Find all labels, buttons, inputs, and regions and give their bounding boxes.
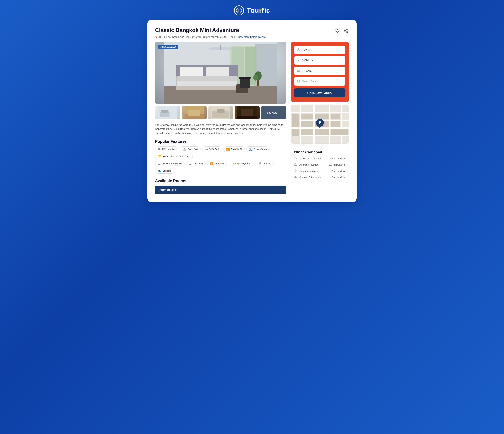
- svg-rect-62: [315, 129, 329, 135]
- room-field[interactable]: 1 Room: [294, 67, 345, 75]
- svg-point-2: [347, 29, 348, 30]
- date-field[interactable]: Select Date: [294, 77, 345, 86]
- share-icon: [344, 29, 348, 33]
- around-name-1: Patenga sea beach: [299, 157, 330, 160]
- calendar-icon: [297, 80, 300, 83]
- share-button[interactable]: [343, 28, 349, 34]
- around-name-3: Singapore airport: [299, 169, 330, 172]
- svg-rect-20: [240, 78, 250, 88]
- around-item-4: Jamuna future park 3 km in drive: [294, 175, 346, 179]
- thumbnail-2[interactable]: [182, 106, 207, 119]
- svg-rect-66: [295, 164, 297, 166]
- thumbnail-1[interactable]: [155, 106, 180, 119]
- free-wifi-icon: 📶: [210, 162, 214, 165]
- svg-rect-18: [177, 76, 237, 81]
- around-dist-1: 5 km in drive: [332, 157, 346, 160]
- around-box: What's around you Patenga sea beach 5 km…: [291, 147, 349, 183]
- adults-value: 1 Adult: [302, 48, 310, 52]
- hotel-address: 15 Taj East Gate Road, Taj Ganj, Agra, U…: [159, 35, 235, 38]
- adult-icon: [297, 48, 300, 52]
- svg-point-39: [298, 49, 299, 50]
- slippers-icon: 👟: [158, 169, 162, 172]
- see-more-button[interactable]: See More →: [261, 106, 286, 119]
- feature-sofa-label: Sofa Bed: [209, 148, 219, 151]
- features-section-title: Popular Features: [155, 139, 286, 144]
- feature-shower: 🚿 Shower: [255, 161, 273, 167]
- feature-breakfast-label: Breakfast: [188, 148, 198, 151]
- around-dist-4: 3 km in drive: [332, 176, 346, 179]
- feature-free-wifi: 📶 Free WiFi: [207, 161, 228, 167]
- svg-rect-57: [315, 114, 329, 119]
- ocean-icon: 🌊: [249, 148, 252, 151]
- booking-widget: 1 Adult 0 Children: [291, 42, 349, 102]
- around-dist-2: 10 min walking: [329, 163, 346, 166]
- thumbnail-3[interactable]: [208, 106, 233, 119]
- heart-icon: [335, 29, 340, 33]
- svg-rect-32: [188, 110, 200, 116]
- feature-breakfast-incl-label: Breakfast Included: [162, 162, 182, 165]
- beach-icon: [294, 157, 297, 160]
- no-payment-icon: 💵: [233, 162, 236, 165]
- around-item-1: Patenga sea beach 5 km in drive: [294, 157, 346, 160]
- show-more-hotels-link[interactable]: Show more hotels in Agra: [237, 35, 266, 38]
- feature-wifi: 📶 Free WIFI: [223, 146, 244, 152]
- svg-point-4: [347, 32, 348, 33]
- favorite-button[interactable]: [334, 28, 340, 34]
- site-name: Tourfic: [247, 7, 270, 14]
- around-item-3: Singapore airport 2 km in drive: [294, 169, 346, 173]
- credit-icon: 💳: [158, 155, 162, 158]
- features-row-1: ☰ A\C Included ☕ Breakfast 🛋 Sofa Bed 📶 …: [155, 146, 286, 159]
- svg-point-24: [253, 75, 258, 81]
- image-inner: [155, 42, 286, 104]
- thumbnail-row: See More →: [155, 106, 286, 119]
- left-column: 4.2 (1 review): [155, 42, 286, 194]
- title-actions: [334, 28, 349, 34]
- feature-shower-label: Shower: [262, 162, 271, 165]
- map-container: [291, 105, 349, 143]
- svg-point-3: [344, 30, 346, 31]
- feature-slippers-label: Slippers: [163, 169, 171, 172]
- sofa-icon: 🛋: [205, 148, 208, 151]
- main-card: Classic Bangkok Mini Adventure 15 Taj Ea…: [147, 20, 357, 202]
- main-hotel-image: 4.2 (1 review): [155, 42, 286, 104]
- content-grid: 4.2 (1 review): [155, 42, 349, 194]
- carpeted-icon: ☰: [189, 162, 191, 165]
- breakfast-icon: ☕: [183, 148, 186, 151]
- svg-rect-41: [297, 70, 300, 72]
- svg-rect-21: [239, 77, 251, 79]
- feature-slippers: 👟 Slippers: [155, 168, 174, 174]
- svg-rect-29: [161, 110, 169, 113]
- adults-field[interactable]: 1 Adult: [294, 46, 345, 54]
- svg-point-40: [298, 59, 299, 60]
- check-availability-button[interactable]: Check Availablity: [294, 88, 345, 97]
- hotel-title: Classic Bangkok Mini Adventure: [155, 27, 239, 33]
- around-dist-3: 2 km in drive: [332, 169, 346, 172]
- feature-no-credit: 💳 Book Without Credit Card: [155, 154, 193, 159]
- address-row: 15 Taj East Gate Road, Taj Ganj, Agra, U…: [155, 35, 349, 38]
- room-value: 1 Room: [302, 69, 312, 72]
- children-icon: [297, 59, 300, 62]
- svg-rect-26: [220, 45, 221, 50]
- around-name-4: Jamuna future park: [299, 176, 330, 179]
- feature-breakfast-included: ☰ Breakfast Included: [155, 161, 185, 167]
- wifi-icon: 📶: [226, 148, 230, 151]
- svg-line-5: [345, 31, 347, 32]
- around-item-2: Al aksha mosque 10 min walking: [294, 163, 346, 167]
- svg-rect-38: [237, 116, 257, 119]
- features-row-2: ☰ Breakfast Included ☰ Carpeted 📶 Free W…: [155, 161, 286, 174]
- location-pin-icon: [155, 36, 158, 38]
- room-details-bar: Room Details: [155, 186, 286, 194]
- feature-free-wifi-label: Free WiFi: [215, 162, 225, 165]
- svg-rect-59: [331, 114, 340, 119]
- breakfast-incl-icon: ☰: [158, 162, 161, 165]
- svg-rect-56: [301, 114, 313, 119]
- mosque-icon: [294, 163, 297, 167]
- children-field[interactable]: 0 Children: [294, 56, 345, 65]
- feature-credit-label: Book Without Credit Card: [163, 155, 190, 158]
- bedroom-illustration: [155, 42, 286, 104]
- shower-icon: 🚿: [258, 162, 261, 165]
- feature-ocean-label: Ocean View: [254, 148, 267, 151]
- ac-icon: ☰: [158, 148, 161, 151]
- title-row: Classic Bangkok Mini Adventure: [155, 27, 349, 34]
- thumbnail-4[interactable]: [234, 106, 260, 119]
